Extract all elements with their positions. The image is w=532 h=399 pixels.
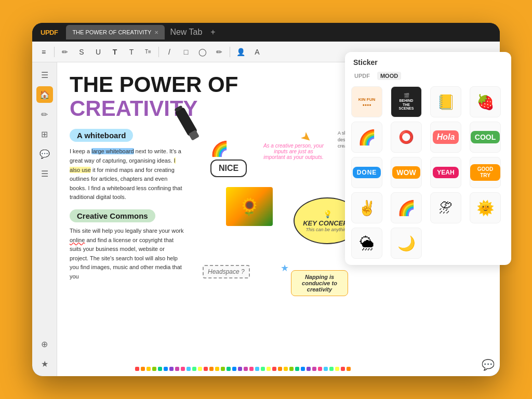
toolbar-pen-btn[interactable]: ✏ [58,45,72,59]
toolbar-text-btn[interactable]: T [108,45,122,59]
color-dot [267,367,271,371]
sticker-strawberry[interactable]: 🍓 [470,86,501,117]
color-dot [238,367,242,371]
color-dot [329,367,334,371]
toolbar-user-btn[interactable]: 👤 [233,45,248,59]
tab-mood-label: MOOD [380,73,398,79]
toolbar-underline-btn[interactable]: U [91,45,105,59]
sticker-peace[interactable]: ✌️ [351,192,382,223]
sticker-film-fund[interactable]: KIN FUN ●●●● [351,86,382,117]
sidebar-icon-comments[interactable]: 💬 [36,145,53,162]
panel-tab-updf[interactable]: UPDF [351,72,373,80]
color-dot [244,367,248,371]
svg-rect-1 [189,130,200,141]
color-dot [261,367,265,371]
toolbar-text3-btn[interactable]: T≡ [141,45,155,59]
color-dot [295,367,299,371]
color-dot [284,367,288,371]
color-dot [318,367,322,371]
left-sidebar: ☰ 🏠 ✏ ⊞ 💬 ☰ ⊕ ★ [32,62,57,376]
section-whiteboard: A whiteboard [70,129,133,142]
sticker-rain-cloud[interactable]: 🌦 [351,228,382,259]
sticker-goodtry[interactable]: GOOD TRY [470,157,501,188]
color-dot [169,367,174,371]
sticker-sun[interactable]: 🌞 [470,192,501,223]
color-dot [141,367,145,371]
color-dot [341,367,345,371]
sticker-oval[interactable]: ⭕ [391,122,422,153]
sticker-moon[interactable]: 🌙 [391,228,422,259]
toolbar-text2-btn[interactable]: T [124,45,139,59]
napping-text: Napping is conducive to creativity [302,274,337,292]
color-dot [152,367,156,371]
color-dot [301,367,305,371]
sunflower-image: 🌻 [226,187,273,226]
sticker-notepad[interactable]: 📒 [430,86,461,117]
toolbar-menu-btn[interactable]: ≡ [36,45,51,59]
color-dot [164,367,168,371]
headspace-box: Headspace ? [203,265,250,278]
toolbar-divider-2 [158,47,159,57]
sticker-rainbow-3[interactable]: 🌈 [391,192,422,223]
panel-tab-mood[interactable]: MOOD [377,72,401,80]
sticker-yeah[interactable]: YEAH [430,157,461,188]
color-dot [147,367,151,371]
sidebar-icon-bookmark[interactable]: ★ [36,355,53,372]
chat-icon[interactable]: 💬 [482,358,495,371]
close-tab-icon[interactable]: ✕ [154,30,158,35]
sticker-behind-scenes[interactable]: 🎬 BEHINDTHESCENES [391,86,422,117]
toolbar-a-btn[interactable]: A [250,45,264,59]
color-dot [307,367,311,371]
sidebar-icon-layers[interactable]: ⊕ [36,336,53,352]
new-tab[interactable]: New Tab [167,28,205,37]
active-tab[interactable]: THE POWER OF CREATIVITY ✕ [66,25,165,39]
sidebar-icon-grid[interactable]: ⊞ [36,126,53,142]
creative-text: As a creative person, your inputs are ju… [262,143,325,160]
color-dot [215,367,219,371]
color-dot [272,367,276,371]
toolbar-circle-btn[interactable]: ◯ [195,45,210,59]
add-tab-button[interactable]: + [207,28,218,37]
color-dot [335,367,339,371]
sidebar-icon-menu[interactable]: ☰ [36,66,53,83]
color-dot [198,367,202,371]
toolbar-pencil-btn[interactable]: ✏ [212,45,227,59]
sticker-cool[interactable]: COOL [470,122,501,153]
highlight-whiteboard: large whiteboard [91,148,134,154]
color-dot [175,367,179,371]
hola-label: Hola [433,130,459,144]
color-dot [312,367,316,371]
sticker-rainbow-2[interactable]: 🌈 [351,122,382,153]
color-dot [249,367,254,371]
panel-tabs: UPDF MOOD [351,72,505,80]
section-creative-commons: Creative Commons [70,209,155,222]
nice-text: NICE [219,164,238,172]
sidebar-icon-home[interactable]: 🏠 [36,86,53,103]
nice-area: 🌈 NICE [210,140,229,159]
toolbar-divider-3 [230,47,230,57]
sticker-wow[interactable]: WOW [391,157,422,188]
toolbar-strikethrough-btn[interactable]: S [74,45,89,59]
color-dot [209,367,214,371]
toolbar-shape-btn[interactable]: □ [179,45,193,59]
color-dot [192,367,196,371]
color-dot [232,367,236,371]
highlight-also: I also use [70,157,176,173]
tab-updf-label: UPDF [354,73,370,79]
underline-online: online [70,237,85,243]
sidebar-icon-list[interactable]: ☰ [36,165,53,182]
toolbar-line-btn[interactable]: / [162,45,177,59]
sticker-done[interactable]: DONE [351,157,382,188]
wow-label: WOW [392,166,420,179]
nice-sticker: NICE [210,159,247,177]
panel-title: Sticker [351,58,505,66]
sticker-storm[interactable]: ⛈ [430,192,461,223]
sticker-hola[interactable]: Hola [430,122,461,153]
color-dot [278,367,282,371]
color-dot [135,367,139,371]
star-sticker: ★ [281,262,289,274]
color-dot [204,367,208,371]
sidebar-icon-edit[interactable]: ✏ [36,106,53,123]
yeah-label: YEAH [433,167,458,178]
add-tab-icon: + [210,28,215,36]
